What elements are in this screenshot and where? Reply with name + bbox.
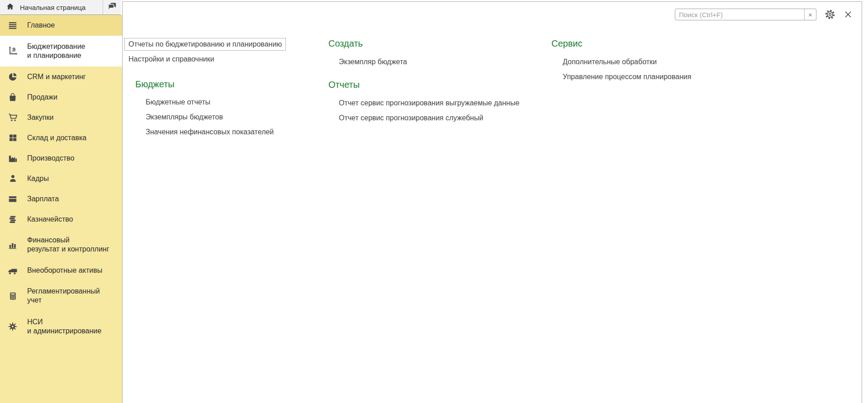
pie-chart-icon [7,72,19,82]
link-budget-instances[interactable]: Экземпляры бюджетов [146,109,286,124]
home-tab[interactable]: Начальная страница [0,0,103,14]
sidebar-item-label: Зарплата [27,194,59,204]
group-title-reports: Отчеты [328,79,519,90]
sidebar-item-label: Бюджетирование и планирование [27,42,85,60]
sidebar-item-label: Закупки [27,113,53,122]
person-icon [7,174,19,183]
sidebar-item-label: Производство [27,154,74,163]
sidebar-item-label: Казначейство [27,215,73,224]
sidebar-item-salary[interactable]: Зарплата [0,189,122,209]
close-panel-button[interactable] [844,10,853,19]
group-title-service: Сервис [551,38,691,49]
truck-icon [7,265,19,276]
group-create-items: Экземпляр бюджета [339,54,519,69]
sidebar-item-finresult[interactable]: Финансовый результат и контроллинг [0,229,122,260]
sidebar-item-label: CRM и маркетинг [27,72,86,81]
sidebar-item-sales[interactable]: Продажи [0,87,122,107]
sidebar-item-nsi-admin[interactable]: НСИ и администрирование [0,311,122,342]
sidebar-item-crm[interactable]: CRM и маркетинг [0,66,122,87]
gear-icon [7,322,19,332]
link-planning-process-management[interactable]: Управление процессом планирования [563,69,691,84]
panel-toolbar: × [675,9,853,20]
card-icon [7,194,19,204]
link-forecast-service-report[interactable]: Отчет сервис прогнозирования служебный [339,110,519,125]
menu-icon [7,20,19,30]
link-settings-references[interactable]: Настройки и справочники [128,55,286,64]
group-reports-items: Отчет сервис прогнозирования выгружаемые… [339,95,519,125]
sidebar-item-label: НСИ и администрирование [27,318,101,336]
function-panel: × Отчеты по бюджетированию и планировани… [122,1,862,403]
factory-icon [7,153,19,163]
search-box: × [675,9,816,20]
sidebar-item-label: Склад и доставка [27,133,86,142]
sidebar-item-label: Продажи [27,93,57,102]
shopping-bag-icon [7,92,19,102]
group-title-budgets: Бюджеты [135,79,286,90]
home-icon [6,2,14,13]
sidebar-item-label: Финансовый результат и контроллинг [27,236,109,254]
group-budgets-items: Бюджетные отчеты Экземпляры бюджетов Зна… [146,95,286,139]
settings-gear-button[interactable] [824,9,836,20]
top-bar: Начальная страница [0,0,121,15]
sidebar-item-label: Главное [27,21,55,30]
sidebar-item-hr[interactable]: Кадры [0,168,122,189]
panel-column-3: Сервис Дополнительные обработки Управлен… [551,38,691,84]
chat-tab[interactable] [103,0,121,14]
link-budget-reports[interactable]: Бюджетные отчеты [146,95,286,109]
cart-icon [7,112,19,123]
sidebar-item-purchases[interactable]: Закупки [0,107,122,128]
group-title-create: Создать [328,38,519,49]
coins-icon [7,214,19,224]
sidebar-item-assets[interactable]: Внеоборотные активы [0,260,122,280]
sidebar: Главное Бюджетирование и планирование CR… [0,15,122,403]
panel-column-1: Отчеты по бюджетированию и планированию … [124,38,286,139]
sidebar-item-label: Кадры [27,174,49,183]
home-tab-label: Начальная страница [20,4,85,11]
bar-chart-icon [7,240,19,250]
link-budget-instance-new[interactable]: Экземпляр бюджета [339,54,519,69]
sidebar-item-main[interactable]: Главное [0,15,122,36]
calculator-icon [7,291,19,301]
sidebar-item-budgeting[interactable]: Бюджетирование и планирование [0,36,122,66]
warehouse-grid-icon [7,133,19,142]
link-budgeting-reports[interactable]: Отчеты по бюджетированию и планированию [124,38,286,51]
link-additional-processors[interactable]: Дополнительные обработки [563,54,691,69]
link-nonfinancial-indicators[interactable]: Значения нефинансовых показателей [146,124,286,139]
link-forecast-export-report[interactable]: Отчет сервис прогнозирования выгружаемые… [339,95,519,110]
sidebar-item-treasury[interactable]: Казначейство [0,209,122,229]
sidebar-item-production[interactable]: Производство [0,148,122,168]
sidebar-item-regulated[interactable]: Регламентированный учет [0,280,122,311]
sidebar-item-label: Внеоборотные активы [27,266,102,275]
budgeting-chart-icon [7,46,19,57]
panel-column-2: Создать Экземпляр бюджета Отчеты Отчет с… [328,38,519,125]
sidebar-item-warehouse[interactable]: Склад и доставка [0,128,122,148]
sidebar-item-label: Регламентированный учет [27,287,100,305]
search-input[interactable] [675,9,804,20]
close-icon [844,10,853,19]
group-service-items: Дополнительные обработки Управление проц… [563,54,691,84]
gear-icon [824,9,836,20]
search-clear-button[interactable]: × [804,9,816,20]
chat-icon [107,1,117,13]
